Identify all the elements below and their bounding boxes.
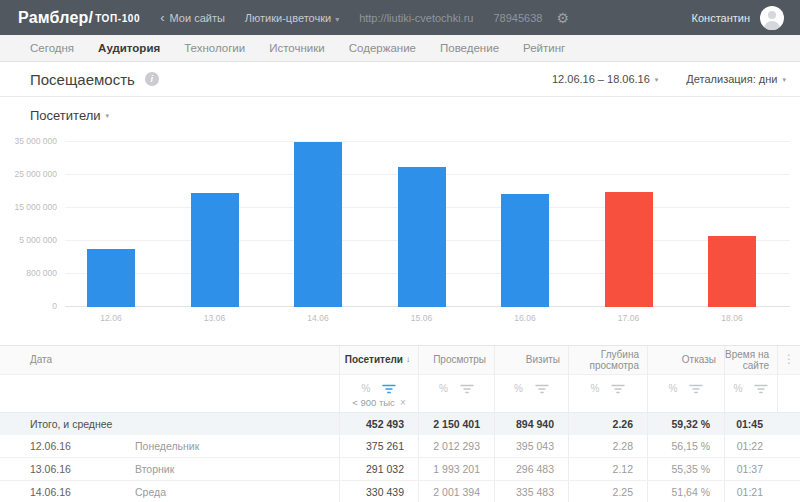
date-range-dropdown[interactable]: 12.06.16 – 18.06.16 ▾ xyxy=(552,73,658,85)
filter-icons: % xyxy=(362,383,397,394)
filter-funnel-icon[interactable] xyxy=(382,384,396,394)
column-header-1[interactable]: Посетители↓ xyxy=(339,346,418,374)
column-header-6[interactable]: Время на сайте xyxy=(724,346,777,374)
percent-mode-icon[interactable]: % xyxy=(439,383,448,394)
remove-filter-icon[interactable]: × xyxy=(400,397,406,408)
percent-mode-icon[interactable]: % xyxy=(591,383,600,394)
y-axis-label: 25 000 000 xyxy=(2,169,57,179)
sort-desc-icon: ↓ xyxy=(406,355,410,364)
page-title: Посещаемость xyxy=(30,71,135,88)
row-weekday: Среда xyxy=(135,486,166,498)
percent-mode-icon[interactable]: % xyxy=(514,383,523,394)
tab-5[interactable]: Поведение xyxy=(440,42,499,54)
totals-value-3: 2.26 xyxy=(568,413,647,435)
filter-cell-6: % xyxy=(724,375,777,412)
row-value-1: 1 993 201 xyxy=(418,458,494,480)
filter-icons: % xyxy=(591,383,626,394)
totals-value-0: 452 493 xyxy=(339,413,418,435)
filter-icons: % xyxy=(439,383,474,394)
row-value-2: 335 483 xyxy=(494,481,568,502)
filter-funnel-icon[interactable] xyxy=(754,384,768,394)
column-header-4[interactable]: Глубина просмотра xyxy=(568,346,647,374)
column-header-2[interactable]: Просмотры xyxy=(418,346,494,374)
totals-value-2: 894 940 xyxy=(494,413,568,435)
chart-bar-17.06[interactable] xyxy=(605,192,653,307)
y-axis-label: 800 000 xyxy=(2,268,57,278)
x-axis-label: 13.06 xyxy=(180,313,250,323)
tab-6[interactable]: Рейтинг xyxy=(523,42,565,54)
column-header-label: Отказы xyxy=(682,354,716,366)
table-row[interactable]: 13.06.16Вторник291 0321 993 201296 4832.… xyxy=(0,458,800,481)
filter-funnel-icon[interactable] xyxy=(535,384,549,394)
percent-mode-icon[interactable]: % xyxy=(362,383,371,394)
filter-cell-2: % xyxy=(418,375,494,412)
row-value-3: 2.28 xyxy=(568,435,647,457)
logo-brand: Рамблер/ xyxy=(18,9,93,27)
chart-bar-13.06[interactable] xyxy=(191,193,239,307)
row-value-5: 01:21 xyxy=(724,481,777,502)
table-row[interactable]: 14.06.16Среда330 4392 001 394335 4832.25… xyxy=(0,481,800,502)
topbar: Рамблер/ топ-100 ‹Мои сайты Лютики-цвето… xyxy=(0,0,800,35)
site-url-link[interactable]: http://liutiki-cvetochki.ru xyxy=(359,12,473,24)
rambler-logo[interactable]: Рамблер/ топ-100 xyxy=(18,9,140,27)
totals-value-5: 01:45 xyxy=(724,413,777,435)
my-sites-back-link[interactable]: ‹Мои сайты xyxy=(160,10,225,25)
column-header-0[interactable]: Дата xyxy=(0,346,339,374)
tab-3[interactable]: Источники xyxy=(269,42,325,54)
x-axis-label: 16.06 xyxy=(490,313,560,323)
gear-icon[interactable]: ⚙ xyxy=(556,11,569,25)
row-value-4: 51,64 % xyxy=(647,481,724,502)
tab-1[interactable]: Аудитория xyxy=(98,42,160,54)
chart-bar-14.06[interactable] xyxy=(294,142,342,307)
filter-funnel-icon[interactable] xyxy=(689,384,703,394)
column-header-label: Глубина просмотра xyxy=(569,349,639,372)
table-row[interactable]: 12.06.16Понедельник375 2612 012 293395 0… xyxy=(0,435,800,458)
percent-mode-icon[interactable]: % xyxy=(734,383,743,394)
avatar-head-icon xyxy=(768,11,776,19)
chart-bar-12.06[interactable] xyxy=(87,249,135,307)
avatar[interactable] xyxy=(760,6,784,30)
gridline xyxy=(65,141,790,142)
tab-2[interactable]: Технологии xyxy=(184,42,245,54)
row-date-cell: 14.06.16Среда xyxy=(0,481,339,502)
detail-level-dropdown[interactable]: Детализация: дни ▾ xyxy=(686,73,786,85)
table-header-row: ДатаПосетители↓ПросмотрыВизитыГлубина пр… xyxy=(0,346,800,375)
chart-bar-15.06[interactable] xyxy=(398,167,446,307)
column-header-3[interactable]: Визиты xyxy=(494,346,568,374)
row-date: 12.06.16 xyxy=(0,440,71,452)
metric-selector-dropdown[interactable]: Посетители ▾ xyxy=(30,108,109,123)
filter-chip[interactable]: < 900 тыс× xyxy=(352,397,405,408)
site-selector-dropdown[interactable]: Лютики-цветочки▾ xyxy=(245,12,339,24)
x-axis-label: 18.06 xyxy=(697,313,767,323)
tab-4[interactable]: Содержание xyxy=(349,42,416,54)
percent-mode-icon[interactable]: % xyxy=(669,383,678,394)
x-axis-label: 14.06 xyxy=(283,313,353,323)
column-header-5[interactable]: Отказы xyxy=(647,346,724,374)
row-value-1: 2 001 394 xyxy=(418,481,494,502)
chart-bar-16.06[interactable] xyxy=(501,194,549,307)
table-totals-row: Итого, и среднее452 4932 150 401894 9402… xyxy=(0,412,800,435)
tab-0[interactable]: Сегодня xyxy=(30,42,74,54)
row-date: 14.06.16 xyxy=(0,486,71,498)
filter-funnel-icon[interactable] xyxy=(611,384,625,394)
x-axis-label: 17.06 xyxy=(594,313,664,323)
x-axis-label: 12.06 xyxy=(76,313,146,323)
bar-chart-plot: 0800 0005 000 00015 000 00025 000 00035 … xyxy=(65,142,790,307)
y-axis-label: 35 000 000 xyxy=(2,136,57,146)
user-name[interactable]: Константин xyxy=(692,12,750,24)
column-header-label: Время на сайте xyxy=(725,349,769,372)
chevron-down-icon: ▾ xyxy=(335,15,339,24)
info-icon[interactable]: i xyxy=(145,72,159,86)
back-chevron-icon: ‹ xyxy=(160,10,164,25)
section-header: Посещаемость i 12.06.16 – 18.06.16 ▾ Дет… xyxy=(0,62,800,97)
row-value-2: 296 483 xyxy=(494,458,568,480)
row-value-5: 01:37 xyxy=(724,458,777,480)
chevron-down-icon: ▾ xyxy=(106,112,110,120)
y-axis-label: 5 000 000 xyxy=(2,235,57,245)
metric-label: Посетители xyxy=(30,108,101,123)
filter-funnel-icon[interactable] xyxy=(460,384,474,394)
chart-bar-18.06[interactable] xyxy=(708,236,756,307)
date-range-value: 12.06.16 – 18.06.16 xyxy=(552,73,650,85)
totals-label: Итого, и среднее xyxy=(0,413,339,435)
column-settings-icon[interactable]: ⋮ xyxy=(777,346,800,374)
